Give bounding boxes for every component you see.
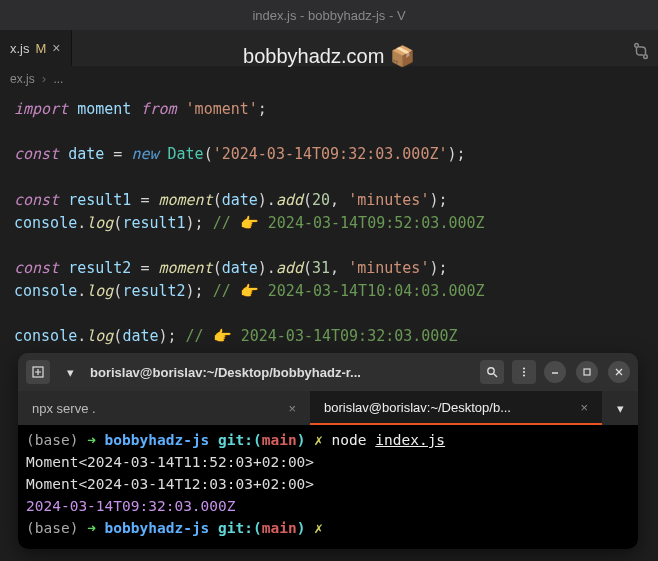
terminal-tab-1[interactable]: npx serve . × bbox=[18, 391, 310, 425]
breadcrumb[interactable]: ex.js › ... bbox=[0, 66, 658, 92]
close-button[interactable] bbox=[608, 361, 630, 383]
svg-point-6 bbox=[523, 374, 525, 376]
terminal-tab-2[interactable]: borislav@borislav:~/Desktop/b... × bbox=[310, 391, 602, 425]
terminal-tab-label: npx serve . bbox=[32, 401, 280, 416]
svg-point-0 bbox=[635, 44, 639, 48]
breadcrumb-file: ex.js bbox=[10, 72, 35, 86]
chevron-right-icon: › bbox=[42, 72, 46, 86]
terminal-title: borislav@borislav:~/Desktop/bobbyhadz-r.… bbox=[90, 365, 472, 380]
chevron-down-icon[interactable]: ▾ bbox=[602, 391, 638, 425]
close-icon[interactable]: × bbox=[288, 401, 296, 416]
terminal-line: 2024-03-14T09:32:03.000Z bbox=[26, 495, 630, 517]
close-icon[interactable]: × bbox=[580, 400, 588, 415]
svg-point-5 bbox=[523, 371, 525, 373]
maximize-button[interactable] bbox=[576, 361, 598, 383]
svg-point-4 bbox=[523, 367, 525, 369]
new-tab-icon[interactable] bbox=[26, 360, 50, 384]
svg-rect-7 bbox=[584, 369, 590, 375]
git-compare-icon[interactable] bbox=[632, 42, 650, 63]
terminal-window: ▾ borislav@borislav:~/Desktop/bobbyhadz-… bbox=[18, 353, 638, 549]
svg-point-3 bbox=[488, 368, 494, 374]
breadcrumb-rest: ... bbox=[53, 72, 63, 86]
search-icon[interactable] bbox=[480, 360, 504, 384]
code-editor[interactable]: import moment from 'moment'; const date … bbox=[0, 92, 658, 354]
window-titlebar: index.js - bobbyhadz-js - V bbox=[0, 0, 658, 30]
terminal-line: Moment<2024-03-14T11:52:03+02:00> bbox=[26, 451, 630, 473]
minimize-button[interactable] bbox=[544, 361, 566, 383]
terminal-output[interactable]: (base) ➜ bobbyhadz-js git:(main) ✗ node … bbox=[18, 425, 638, 549]
menu-icon[interactable] bbox=[512, 360, 536, 384]
terminal-titlebar: ▾ borislav@borislav:~/Desktop/bobbyhadz-… bbox=[18, 353, 638, 391]
window-title: index.js - bobbyhadz-js - V bbox=[252, 8, 405, 23]
terminal-line: Moment<2024-03-14T12:03:03+02:00> bbox=[26, 473, 630, 495]
terminal-tabs: npx serve . × borislav@borislav:~/Deskto… bbox=[18, 391, 638, 425]
terminal-tab-label: borislav@borislav:~/Desktop/b... bbox=[324, 400, 572, 415]
svg-point-1 bbox=[644, 55, 648, 59]
watermark: bobbyhadz.com 📦 bbox=[0, 44, 658, 68]
dropdown-icon[interactable]: ▾ bbox=[58, 360, 82, 384]
